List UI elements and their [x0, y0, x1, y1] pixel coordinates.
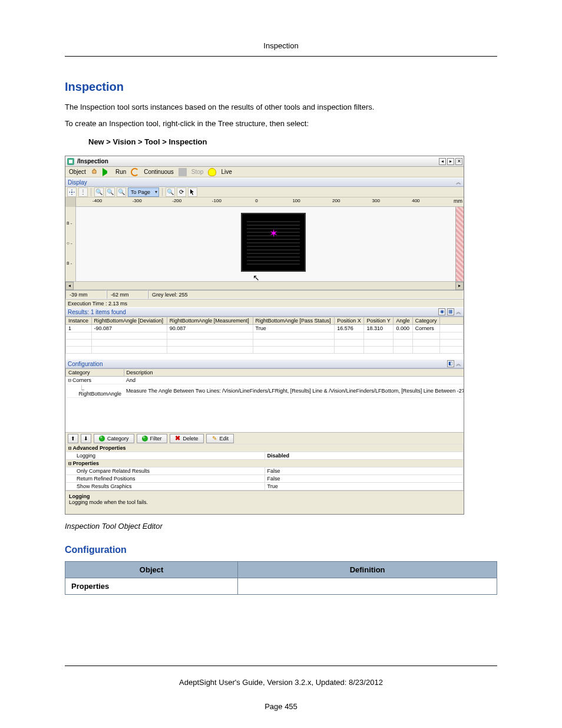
- config-tree: Category Description ⊟Corners And ⎿ Righ…: [65, 368, 464, 432]
- cell-instance: 1: [66, 325, 92, 332]
- zoom-fit-button[interactable]: 🔍: [166, 187, 175, 197]
- breadcrumb: New > Vision > Tool > Inspection: [88, 137, 497, 146]
- menu-continuous[interactable]: Continuous: [143, 169, 175, 175]
- cell-deviation: -90.087: [91, 325, 167, 332]
- definition-table: Object Definition Properties: [65, 561, 497, 595]
- page-footer: AdeptSight User's Guide, Version 3.2.x, …: [65, 666, 497, 687]
- pointer-button[interactable]: [188, 187, 197, 197]
- scroll-right-button[interactable]: ▸: [455, 282, 464, 290]
- ruler-tick: 0: [255, 198, 257, 203]
- continuous-icon[interactable]: [131, 168, 139, 176]
- prop-group-advanced[interactable]: ⊟Advanced Properties: [66, 444, 464, 452]
- config-col-description[interactable]: Description: [124, 369, 464, 377]
- split-tool-button[interactable]: ⋮: [78, 187, 88, 197]
- results-col-deviation[interactable]: RightBottomAngle [Deviation]: [91, 317, 167, 325]
- results-col-pass[interactable]: RightBottomAngle [Pass Status]: [253, 317, 335, 325]
- cell-angle: 0.000: [394, 325, 412, 332]
- results-settings-icon[interactable]: ◉: [438, 308, 445, 315]
- add-category-button[interactable]: Category: [94, 434, 134, 443]
- nav-prev-button[interactable]: ◂: [439, 158, 446, 165]
- prop-value[interactable]: False: [265, 475, 464, 483]
- results-table-wrap: Instance RightBottomAngle [Deviation] Ri…: [65, 317, 464, 359]
- prop-group-properties[interactable]: ⊟Properties: [66, 460, 464, 467]
- edit-icon: ✎: [211, 436, 217, 442]
- prop-row[interactable]: Return Refined Positions False: [66, 475, 464, 483]
- plus-icon: [142, 436, 148, 442]
- table-row: [66, 347, 464, 354]
- move-down-button[interactable]: ⬇: [81, 434, 91, 443]
- menubar: Object Run Continuous Stop Live: [65, 167, 464, 177]
- inspection-editor-window: /Inspection ◂ ▸ ✕ Object Run Continuous …: [65, 156, 464, 515]
- zoom-in-button[interactable]: 🔍: [94, 187, 104, 197]
- scroll-left-button[interactable]: ◂: [65, 282, 74, 290]
- zoom-out-button[interactable]: 🔍: [105, 187, 115, 197]
- table-row[interactable]: 1 -90.087 90.087 True 16.576 18.310 0.00…: [66, 325, 464, 332]
- config-button-row: ⬆ ⬇ Category Filter ✖Delete ✎Edit: [65, 432, 464, 444]
- results-col-angle[interactable]: Angle: [394, 317, 412, 325]
- image-viewport[interactable]: 8 - ○ - 8 - ✶ ↖ ◂ ▸: [65, 207, 464, 289]
- results-col-posx[interactable]: Position X: [335, 317, 364, 325]
- cell-posx: 16.576: [335, 325, 364, 332]
- menu-live[interactable]: Live: [220, 169, 233, 175]
- results-col-instance[interactable]: Instance: [66, 317, 92, 325]
- prop-value[interactable]: Disabled: [265, 452, 464, 460]
- display-section-bar[interactable]: Display ︽: [65, 177, 464, 187]
- statusbar: -39 mm -62 mm Grey level: 255: [65, 289, 464, 299]
- config-section-bar[interactable]: Configuration ◧ ︽: [65, 359, 464, 368]
- tree-collapse-icon[interactable]: ⊟: [68, 377, 72, 383]
- ruler-tick: 100: [292, 198, 300, 203]
- live-icon[interactable]: [208, 168, 216, 176]
- scroll-horizontal[interactable]: ◂ ▸: [65, 281, 464, 289]
- cell-category: Corners: [412, 325, 439, 332]
- config-popout-icon[interactable]: ◧: [447, 360, 454, 367]
- move-up-button[interactable]: ⬆: [68, 434, 78, 443]
- tree-node-desc: And: [124, 377, 464, 384]
- prop-row[interactable]: Only Compare Related Results False: [66, 467, 464, 475]
- results-col-category[interactable]: Category: [412, 317, 439, 325]
- ruler-tick: 200: [332, 198, 340, 203]
- menu-object[interactable]: Object: [68, 169, 87, 175]
- results-table: Instance RightBottomAngle [Deviation] Ri…: [65, 317, 464, 354]
- status-pos-y: -62 mm: [107, 290, 148, 299]
- delete-button[interactable]: ✖Delete: [170, 434, 204, 443]
- prop-value[interactable]: True: [265, 483, 464, 490]
- hand-icon[interactable]: [91, 168, 99, 176]
- move-tool-button[interactable]: [67, 187, 77, 197]
- table-row: [66, 340, 464, 347]
- def-col-object: Object: [65, 562, 238, 578]
- svg-rect-1: [69, 160, 72, 163]
- edit-button[interactable]: ✎Edit: [206, 434, 234, 443]
- close-button[interactable]: ✕: [455, 158, 462, 165]
- nav-next-button[interactable]: ▸: [447, 158, 454, 165]
- results-col-measurement[interactable]: RightBottomAngle [Measurement]: [167, 317, 253, 325]
- prop-value[interactable]: False: [265, 467, 464, 475]
- prop-row[interactable]: Logging Disabled: [66, 452, 464, 460]
- add-filter-button[interactable]: Filter: [137, 434, 167, 443]
- scroll-vertical[interactable]: [455, 207, 464, 281]
- results-section-bar[interactable]: Results: 1 items found ◉ ▦ ︽: [65, 307, 464, 317]
- collapse-chevron-icon[interactable]: ︽: [456, 360, 461, 368]
- window-title: /Inspection: [77, 158, 439, 164]
- display-toolbar: ⋮ 🔍 🔍 🔍 To Page 🔍 ⟳: [65, 187, 464, 197]
- results-col-posy[interactable]: Position Y: [364, 317, 394, 325]
- page-number: Page 455: [35, 702, 527, 711]
- prop-row[interactable]: Show Results Graphics True: [66, 483, 464, 490]
- collapse-chevron-icon[interactable]: ︽: [456, 308, 461, 316]
- zoom-mode-dropdown[interactable]: To Page: [128, 187, 159, 197]
- properties-grid: ⊟Advanced Properties Logging Disabled ⊟P…: [65, 444, 464, 490]
- menu-run[interactable]: Run: [114, 169, 127, 175]
- property-description-body: Logging mode when the tool fails.: [69, 499, 460, 505]
- refresh-button[interactable]: ⟳: [177, 187, 186, 197]
- figure-caption: Inspection Tool Object Editor: [65, 522, 497, 531]
- zoom-reset-button[interactable]: 🔍: [117, 187, 126, 197]
- results-grid-icon[interactable]: ▦: [447, 308, 454, 315]
- table-row: Properties: [65, 578, 497, 595]
- delete-icon: ✖: [175, 436, 181, 442]
- tree-node-child[interactable]: ⎿ RightBottomAngle Measure The Angle Bet…: [66, 384, 464, 398]
- run-icon[interactable]: [103, 168, 111, 176]
- canvas[interactable]: ✶ ↖: [76, 207, 455, 281]
- collapse-chevron-icon[interactable]: ︽: [456, 179, 461, 186]
- config-col-category[interactable]: Category: [66, 369, 124, 377]
- prop-key: Only Compare Related Results: [66, 467, 265, 475]
- tree-node-root[interactable]: ⊟Corners And: [66, 377, 464, 384]
